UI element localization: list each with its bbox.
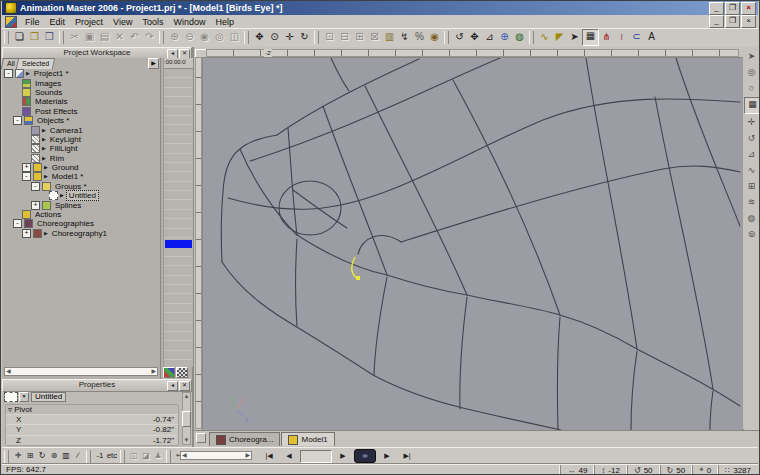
draw-spline-icon[interactable]: ∕: [72, 450, 84, 463]
timeline-row[interactable]: [164, 144, 193, 153]
pivot-y-row[interactable]: Y -0.82": [6, 424, 178, 434]
item-dropdown-button[interactable]: ▼: [19, 392, 29, 402]
world-axes-icon[interactable]: ⊕: [497, 30, 512, 45]
sound-icon[interactable]: ◉: [427, 30, 442, 45]
timeline-row[interactable]: [164, 247, 193, 256]
slider-left-icon[interactable]: ◀: [181, 452, 188, 459]
timeline-row[interactable]: [164, 191, 193, 200]
expand-box-icon[interactable]: +: [22, 229, 31, 238]
tree-item-filllight[interactable]: ▶FillLight: [2, 144, 160, 153]
loop-button[interactable]: ∞: [354, 449, 376, 463]
collapse-box-icon[interactable]: -: [13, 116, 22, 125]
expand-box-icon[interactable]: +: [31, 201, 40, 210]
tree-item-keylight[interactable]: ▶KeyLight: [2, 135, 160, 144]
timeline-row[interactable]: [164, 341, 193, 350]
translate-manipulator-icon[interactable]: ✥: [467, 30, 482, 45]
scroll-left-icon[interactable]: ◀: [5, 368, 12, 375]
slider-right-icon[interactable]: ▶: [244, 452, 251, 459]
minimize-button[interactable]: _: [709, 2, 724, 15]
collapse-box-icon[interactable]: -: [4, 69, 13, 78]
bone-icon[interactable]: ⋔: [599, 30, 614, 45]
skeleton-icon[interactable]: ◫: [128, 450, 140, 463]
scale-mode-icon[interactable]: ⊞: [24, 450, 36, 463]
tree-item-rim[interactable]: ▶Rim: [2, 154, 160, 163]
play-button[interactable]: ▶: [378, 450, 396, 462]
text-tool-icon[interactable]: A: [644, 30, 659, 45]
detach-icon[interactable]: ⊖: [182, 30, 197, 45]
tree-item-sounds[interactable]: Sounds: [2, 88, 160, 97]
properties-pin-button[interactable]: ◂: [167, 381, 178, 391]
timeline-row[interactable]: [164, 172, 193, 181]
timeline-row[interactable]: [164, 313, 193, 322]
sphere-tool-icon[interactable]: ◍: [744, 211, 759, 226]
timeline-row[interactable]: [164, 116, 193, 125]
timeline-row[interactable]: [164, 304, 193, 313]
timeline-row[interactable]: [164, 69, 193, 78]
timeline-row[interactable]: [164, 360, 193, 367]
expand-box-icon[interactable]: +: [22, 163, 31, 172]
muscle-icon[interactable]: ≀: [614, 30, 629, 45]
timeline-row[interactable]: [164, 294, 193, 303]
copy-icon[interactable]: ▣: [82, 30, 97, 45]
minus-one-button[interactable]: -1: [94, 450, 106, 463]
hide-icon[interactable]: ◫: [227, 30, 242, 45]
unlock-icon[interactable]: ◎: [212, 30, 227, 45]
tree-item-project1[interactable]: -▶Project1 *: [2, 69, 160, 78]
tree-item-camera1[interactable]: ▶Camera1: [2, 125, 160, 134]
delete-icon[interactable]: ✕: [112, 30, 127, 45]
next-frame-button[interactable]: ▶: [334, 450, 352, 462]
timeline-row[interactable]: [164, 229, 193, 238]
new-icon[interactable]: ❏: [12, 30, 27, 45]
tree-item-materials[interactable]: Materials: [2, 97, 160, 106]
last-frame-button[interactable]: ▶|: [398, 450, 416, 462]
pose-icon[interactable]: ◪: [140, 450, 152, 463]
timeline-row[interactable]: [164, 97, 193, 106]
select-tool-icon[interactable]: ➤: [744, 49, 759, 64]
child-restore-button[interactable]: ❐: [725, 15, 740, 28]
translate-mode-icon[interactable]: ✛: [12, 450, 24, 463]
first-frame-button[interactable]: |◀: [260, 450, 278, 462]
menu-tools[interactable]: Tools: [137, 16, 168, 28]
paste-icon[interactable]: ▤: [97, 30, 112, 45]
collapse-box-icon[interactable]: -: [31, 182, 40, 191]
tree-item-splines[interactable]: +Splines: [2, 200, 160, 209]
patch-tool-icon[interactable]: ▦: [744, 97, 760, 114]
tree-item-images[interactable]: Images: [2, 78, 160, 87]
timeline-row[interactable]: [164, 200, 193, 209]
arrow-tool-icon[interactable]: ➤: [567, 30, 582, 45]
decal-icon[interactable]: ⊂: [629, 30, 644, 45]
redo-icon[interactable]: ↷: [142, 30, 157, 45]
viewport-tab-scroll-button[interactable]: [196, 433, 206, 443]
tree-item-model1[interactable]: -▶Model1 *: [2, 172, 160, 181]
timeline-row[interactable]: [164, 332, 193, 341]
library2-icon[interactable]: ▥: [60, 450, 72, 463]
child-close-button[interactable]: ×: [741, 15, 756, 28]
scale-manipulator-icon[interactable]: ⊿: [482, 30, 497, 45]
timeline-row[interactable]: [164, 88, 193, 97]
timeline-row[interactable]: [164, 107, 193, 116]
child-minimize-button[interactable]: _: [709, 15, 724, 28]
title-bar[interactable]: Animation Master 2006 - Project1.prj * -…: [2, 1, 758, 15]
timeline-row[interactable]: [164, 257, 193, 266]
properties-scrollbar[interactable]: ▲ ▼: [182, 392, 191, 445]
tree-item-actions[interactable]: Actions: [2, 210, 160, 219]
grid-icon[interactable]: ⊞: [352, 30, 367, 45]
menu-project[interactable]: Project: [70, 16, 108, 28]
lasso-tool-icon[interactable]: ◎: [744, 65, 759, 80]
open-icon[interactable]: ❐: [27, 30, 42, 45]
scroll-up-icon[interactable]: ▲: [183, 393, 191, 400]
spline-tool-icon[interactable]: ∿: [744, 163, 759, 178]
move-view-icon[interactable]: ✛: [282, 30, 297, 45]
save-icon[interactable]: ❒: [42, 30, 57, 45]
timeline-row[interactable]: [164, 182, 193, 191]
bounds-icon[interactable]: ⊟: [337, 30, 352, 45]
menu-view[interactable]: View: [108, 16, 137, 28]
timeline-row[interactable]: [164, 210, 193, 219]
add-tool-icon[interactable]: ⊞: [744, 179, 759, 194]
collapse-box-icon[interactable]: -: [22, 172, 31, 181]
tree-item-choreography1[interactable]: +▶Choreography1: [2, 229, 160, 238]
tab-choreography[interactable]: Choreogra...: [209, 432, 280, 446]
model-viewport-canvas[interactable]: z: [202, 57, 744, 431]
spline-icon[interactable]: ∿: [537, 30, 552, 45]
tab-scroll-right-button[interactable]: ▶: [148, 58, 159, 69]
